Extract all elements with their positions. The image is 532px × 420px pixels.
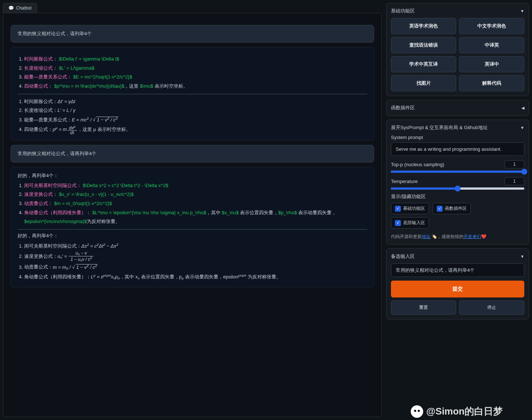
watermark: @Simon的白日梦 xyxy=(411,405,503,418)
chevron-left-icon[interactable]: ◀ xyxy=(521,106,524,110)
credits-link-repo[interactable]: 地址 xyxy=(422,234,431,239)
system-prompt-label: System prompt xyxy=(391,135,524,140)
chat-area: 常用的狭义相对论公式，请列举4个 时间膨胀公式： $\Delta t' = \g… xyxy=(3,13,382,417)
panel-title: 函数插件区 xyxy=(391,105,415,111)
fn-btn-grammar[interactable]: 查找语法错误 xyxy=(391,37,456,53)
chevron-down-icon[interactable]: ▼ xyxy=(520,125,524,130)
temp-label: Temperature xyxy=(391,179,501,184)
topp-slider[interactable] xyxy=(391,171,524,173)
bot-message: 时间膨胀公式： $\Delta t' = \gamma \Delta t$ 长度… xyxy=(11,47,374,140)
check-icon: ✓ xyxy=(395,220,401,226)
fn-btn-en-polish[interactable]: 英语学术润色 xyxy=(391,18,456,34)
chevron-down-icon[interactable]: ▼ xyxy=(520,9,524,13)
temp-slider[interactable] xyxy=(391,187,524,190)
stop-button[interactable]: 停止 xyxy=(459,300,524,315)
fn-btn-zh2en[interactable]: 中译英 xyxy=(459,37,524,53)
expand-panel: 展开SysPrompt & 交互界面布局 & Github地址 ▼ System… xyxy=(386,120,529,245)
fn-btn-zh-polish[interactable]: 中文学术润色 xyxy=(459,18,524,34)
fn-btn-en2zh[interactable]: 英译中 xyxy=(459,56,524,72)
check-icon: ✓ xyxy=(437,206,443,212)
submit-button[interactable]: 提交 xyxy=(391,281,524,297)
alt-input-panel: 备选输入区 ▼ 提交 重置 停止 xyxy=(386,248,529,319)
check-basic[interactable]: ✓基础功能区 xyxy=(391,203,429,214)
user-message: 常用的狭义相对论公式，请列举4个 xyxy=(11,25,374,43)
fn-btn-academic-trans[interactable]: 学术中英互译 xyxy=(391,56,456,72)
topp-label: Top-p (nucleus sampling) xyxy=(391,162,501,167)
temp-value[interactable]: 1 xyxy=(505,177,524,185)
plugins-panel: 函数插件区 ◀ xyxy=(386,100,529,116)
fn-btn-find-image[interactable]: 找图片 xyxy=(391,75,456,91)
tab-label: Chatbot xyxy=(16,6,32,11)
panel-title: 基础功能区 xyxy=(391,8,415,14)
show-hide-label: 显示/隐藏功能区 xyxy=(391,193,524,200)
chevron-down-icon[interactable]: ▼ xyxy=(520,254,524,259)
tab-chatbot[interactable]: 💬 Chatbot xyxy=(3,3,37,13)
topp-value[interactable]: 1 xyxy=(505,160,524,168)
alt-input[interactable] xyxy=(391,263,524,277)
check-plugins[interactable]: ✓函数插件区 xyxy=(433,203,471,214)
basic-panel: 基础功能区 ▼ 英语学术润色 中文学术润色 查找语法错误 中译英 学术中英互译 … xyxy=(386,3,529,96)
check-icon: ✓ xyxy=(395,206,401,212)
panel-title: 展开SysPrompt & 交互界面布局 & Github地址 xyxy=(391,124,488,131)
bot-message: 好的，再列举4个： 闵可夫斯基时空间隔公式： $\Delta s^2 = c^2… xyxy=(11,167,374,288)
reset-button[interactable]: 重置 xyxy=(391,300,456,315)
chat-icon: 💬 xyxy=(8,6,14,11)
system-prompt-input[interactable] xyxy=(391,142,524,156)
fn-btn-explain-code[interactable]: 解释代码 xyxy=(459,75,524,91)
credits-link-devs[interactable]: 开发者们 xyxy=(463,234,481,239)
user-message: 常用的狭义相对论公式，请再列举4个 xyxy=(11,145,374,162)
check-bottom[interactable]: ✓底部输入区 xyxy=(391,217,429,229)
panel-title: 备选输入区 xyxy=(391,253,415,260)
weibo-logo-icon xyxy=(411,405,423,418)
credits-text: 代码开源和更新地址 🏷️，感谢热情的开发者们❤️ xyxy=(391,234,524,240)
